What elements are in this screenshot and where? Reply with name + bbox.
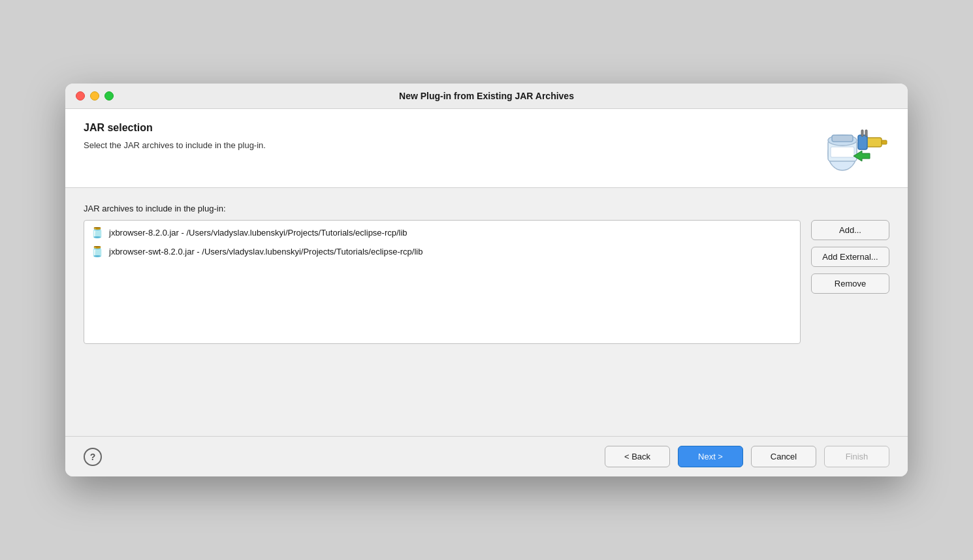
list-label: JAR archives to include in the plug-in: bbox=[84, 204, 889, 213]
section-description: Select the JAR archives to include in th… bbox=[84, 140, 811, 150]
footer-left: ? bbox=[84, 448, 102, 466]
main-window: New Plug-in from Existing JAR Archives J… bbox=[65, 84, 908, 476]
main-body: JAR archives to include in the plug-in: … bbox=[65, 188, 908, 436]
dialog-content: JAR selection Select the JAR archives to… bbox=[65, 109, 908, 476]
cancel-button[interactable]: Cancel bbox=[751, 446, 816, 467]
svg-rect-3 bbox=[832, 135, 853, 142]
jar-item-1[interactable]: 🫙 jxbrowser-8.2.0.jar - /Users/vladyslav… bbox=[84, 223, 800, 242]
jar-item-2-label: jxbrowser-swt-8.2.0.jar - /Users/vladysl… bbox=[109, 247, 423, 257]
list-and-buttons: 🫙 jxbrowser-8.2.0.jar - /Users/vladyslav… bbox=[84, 220, 889, 344]
section-title: JAR selection bbox=[84, 122, 811, 134]
back-button[interactable]: < Back bbox=[605, 446, 670, 467]
add-external-button[interactable]: Add External... bbox=[811, 247, 889, 267]
svg-rect-6 bbox=[882, 140, 887, 144]
svg-rect-4 bbox=[831, 147, 854, 157]
jar-item-2[interactable]: 🫙 jxbrowser-swt-8.2.0.jar - /Users/vlady… bbox=[84, 242, 800, 261]
footer: ? < Back Next > Cancel Finish bbox=[65, 436, 908, 476]
title-bar: New Plug-in from Existing JAR Archives bbox=[65, 84, 908, 109]
jar-list[interactable]: 🫙 jxbrowser-8.2.0.jar - /Users/vladyslav… bbox=[84, 220, 801, 344]
header-text: JAR selection Select the JAR archives to… bbox=[84, 122, 811, 174]
remove-button[interactable]: Remove bbox=[811, 273, 889, 294]
header-section: JAR selection Select the JAR archives to… bbox=[65, 109, 908, 188]
help-button[interactable]: ? bbox=[84, 448, 102, 466]
jar-item-2-icon: 🫙 bbox=[91, 245, 104, 258]
plugin-jar-icon bbox=[818, 122, 889, 174]
jar-item-1-label: jxbrowser-8.2.0.jar - /Users/vladyslav.l… bbox=[109, 228, 407, 238]
add-button[interactable]: Add... bbox=[811, 220, 889, 240]
window-title: New Plug-in from Existing JAR Archives bbox=[399, 91, 574, 101]
close-button[interactable] bbox=[76, 91, 85, 101]
svg-rect-8 bbox=[861, 130, 863, 136]
button-panel: Add... Add External... Remove bbox=[811, 220, 889, 294]
header-icon-area bbox=[811, 122, 889, 174]
next-button[interactable]: Next > bbox=[678, 446, 743, 467]
traffic-lights bbox=[76, 91, 114, 101]
maximize-button[interactable] bbox=[104, 91, 114, 101]
footer-buttons: < Back Next > Cancel Finish bbox=[605, 446, 889, 467]
svg-rect-7 bbox=[858, 135, 867, 149]
finish-button: Finish bbox=[824, 446, 889, 467]
minimize-button[interactable] bbox=[90, 91, 99, 101]
jar-item-1-icon: 🫙 bbox=[91, 226, 104, 239]
svg-rect-9 bbox=[865, 130, 867, 136]
